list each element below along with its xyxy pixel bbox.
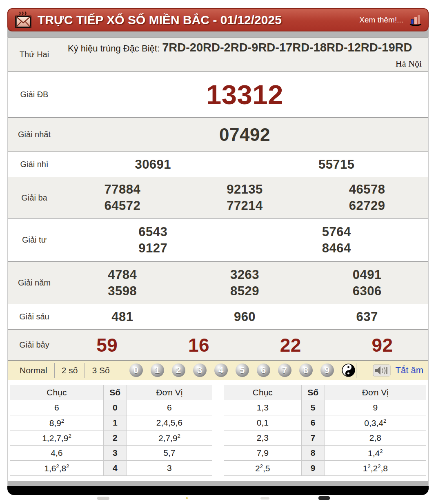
yin-yang-icon[interactable] xyxy=(342,364,355,377)
weekday-label: Thứ Hai xyxy=(8,38,61,71)
prize-row-fourth: Giải tư6543576491278464 xyxy=(8,218,428,261)
units-cell: 0,3,42 xyxy=(325,415,426,430)
prize-number: 77884 xyxy=(61,182,184,197)
digit-row: 1,359 xyxy=(224,400,426,415)
speaker-icon[interactable] xyxy=(373,364,391,377)
prize-numbers: 778849213546578645727721462729 xyxy=(61,177,428,218)
digit-cell: 6 xyxy=(301,415,325,430)
sign-prefix: Ký hiệu trúng Đặc Biệt: xyxy=(68,43,162,54)
prize-number: 07492 xyxy=(61,125,428,145)
prize-label: Giải tư xyxy=(8,219,61,261)
units-cell: 3 xyxy=(127,461,212,476)
prize-row-sixth: Giải sáu481960637 xyxy=(8,304,428,329)
digit-statistics: ChụcSốĐơn Vị 6068,9212,4,5,61,2,7,9222,7… xyxy=(8,380,428,481)
units-cell: 12,22,8 xyxy=(325,461,426,476)
units-cell: 2,7,92 xyxy=(127,430,212,446)
units-cell: 2,4,5,6 xyxy=(127,415,212,430)
prize-label: Giải ba xyxy=(8,177,61,218)
units-cell: 1,42 xyxy=(325,446,426,461)
prize-number: 3598 xyxy=(61,284,184,299)
sign-codes: 7RD-20RD-2RD-9RD-17RD-18RD-12RD-19RD xyxy=(162,41,412,54)
ball-2[interactable]: 2 xyxy=(172,364,185,377)
prize-label: Giải nhất xyxy=(8,118,61,152)
prize-number: 4784 xyxy=(61,268,184,282)
digit-cell: 9 xyxy=(301,461,325,476)
digit-table-header-row: ChụcSốĐơn Vị xyxy=(224,385,426,400)
tens-cell: 1,62,82 xyxy=(10,461,104,476)
ball-8[interactable]: 8 xyxy=(299,364,313,377)
digit-row: 2,372,8 xyxy=(224,430,426,446)
tens-cell: 6 xyxy=(10,400,104,415)
prize-number: 5764 xyxy=(245,225,429,239)
tens-cell: 8,92 xyxy=(10,415,104,430)
prize-number: 92 xyxy=(336,334,428,356)
lottery-widget: TRỰC TIẾP XỔ SỐ MIỀN BẮC - 01/12/2025 Xe… xyxy=(7,0,429,500)
prize-rows: Giải ĐB13312Giải nhất07492Giải nhì306915… xyxy=(8,71,428,360)
tens-cell: 7,9 xyxy=(224,446,302,461)
prize-row-first: Giải nhất07492 xyxy=(8,117,428,152)
mode-tab-2[interactable]: 3 Số xyxy=(85,366,116,375)
bottom-gray-strip xyxy=(8,481,428,486)
digit-row: 8,9212,4,5,6 xyxy=(10,415,212,430)
units-cell: 2,8 xyxy=(325,430,426,446)
digit-table-left: ChụcSốĐơn Vị 6068,9212,4,5,61,2,7,9222,7… xyxy=(10,385,212,476)
ball-9[interactable]: 9 xyxy=(320,364,334,377)
prize-number: 22 xyxy=(245,334,337,356)
prize-number: 0491 xyxy=(306,268,428,282)
ball-4[interactable]: 4 xyxy=(214,364,228,377)
ball-0[interactable]: 0 xyxy=(129,364,143,377)
mode-tab-0[interactable]: Normal xyxy=(13,366,54,375)
prize-row-third: Giải ba778849213546578645727721462729 xyxy=(8,177,428,218)
prize-number: 30691 xyxy=(61,157,245,172)
region-label: Hà Nội xyxy=(396,58,422,69)
digit-cell: 5 xyxy=(301,400,325,415)
divider xyxy=(356,363,356,378)
prize-number: 637 xyxy=(306,310,428,324)
ball-5[interactable]: 5 xyxy=(236,364,249,377)
digit-cell: 2 xyxy=(103,430,127,446)
column-header: Số xyxy=(301,385,325,400)
prize-numbers: 3069155715 xyxy=(61,152,428,177)
mode-tab-1[interactable]: 2 số xyxy=(55,366,85,375)
envelope-icon xyxy=(14,11,33,29)
prize-number: 77214 xyxy=(184,198,306,213)
tens-cell: 1,3 xyxy=(224,400,302,415)
prize-number: 6543 xyxy=(61,225,245,239)
digit-cell: 7 xyxy=(301,430,325,446)
footer-bar xyxy=(7,486,429,495)
digit-cell: 0 xyxy=(103,400,127,415)
xem-them-link[interactable]: Xem thêm!... xyxy=(359,16,403,25)
prize-number: 8464 xyxy=(245,241,429,256)
ball-1[interactable]: 1 xyxy=(151,364,164,377)
prize-number: 481 xyxy=(61,310,184,324)
ball-6[interactable]: 6 xyxy=(257,364,270,377)
prize-number: 46578 xyxy=(306,182,428,197)
bar-chart-icon[interactable] xyxy=(409,14,422,26)
column-header: Đơn Vị xyxy=(127,385,212,400)
prize-number: 13312 xyxy=(61,79,428,110)
tens-cell: 0,1 xyxy=(224,415,302,430)
prize-number: 16 xyxy=(153,334,245,356)
tens-cell: 1,2,7,92 xyxy=(10,430,104,446)
prize-numbers: 59162292 xyxy=(61,330,428,360)
prize-numbers: 13312 xyxy=(61,72,428,117)
tens-cell: 4,6 xyxy=(10,446,104,461)
prize-row-db: Giải ĐB13312 xyxy=(8,71,428,117)
ball-7[interactable]: 7 xyxy=(278,364,291,377)
units-cell: 6 xyxy=(127,400,212,415)
ball-3[interactable]: 3 xyxy=(193,364,207,377)
prize-label: Giải sáu xyxy=(8,304,61,329)
prize-row-fifth: Giải năm478432630491359885296306 xyxy=(8,261,428,304)
prize-numbers: 07492 xyxy=(61,118,428,152)
digit-cell: 3 xyxy=(103,446,127,461)
column-header: Số xyxy=(103,385,127,400)
digit-cell: 4 xyxy=(103,461,127,476)
prize-numbers: 478432630491359885296306 xyxy=(61,262,428,304)
prize-numbers: 481960637 xyxy=(61,304,428,329)
cutoff-next-section xyxy=(7,495,429,500)
prize-number: 55715 xyxy=(245,157,429,172)
mute-toggle-link[interactable]: Tắt âm xyxy=(396,365,423,376)
prize-number: 9127 xyxy=(61,241,245,256)
units-cell: 5,7 xyxy=(127,446,212,461)
prize-number: 62729 xyxy=(306,198,428,213)
